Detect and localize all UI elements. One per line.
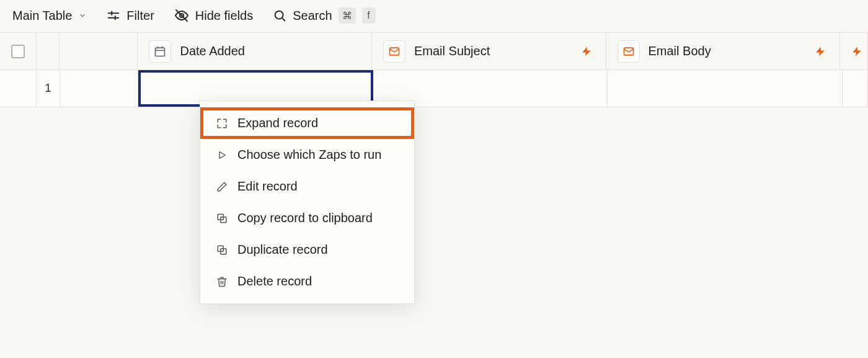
cell-extra[interactable]	[843, 70, 868, 107]
spacer-cell[interactable]	[60, 70, 138, 107]
table-row[interactable]: 1	[0, 70, 868, 107]
view-selector[interactable]: Main Table	[12, 9, 87, 23]
sliders-icon	[107, 9, 120, 22]
calendar-icon	[149, 40, 171, 63]
column-label: Date Added	[180, 44, 245, 58]
mail-icon	[618, 40, 640, 63]
svg-line-7	[282, 18, 285, 20]
filter-label: Filter	[126, 9, 154, 23]
select-all-cell[interactable]	[0, 33, 37, 69]
column-header-email-body[interactable]: Email Body	[606, 33, 841, 69]
row-number-header	[37, 33, 60, 69]
svg-rect-8	[156, 48, 165, 56]
play-icon	[215, 148, 229, 162]
menu-item-label: Choose which Zaps to run	[237, 148, 381, 162]
column-header-date-added[interactable]: Date Added	[138, 33, 372, 69]
mail-icon	[383, 40, 405, 63]
bolt-icon	[851, 46, 862, 57]
spacer-header	[60, 33, 138, 69]
hide-fields-button[interactable]: Hide fields	[174, 8, 253, 23]
menu-duplicate-record[interactable]: Duplicate record	[200, 234, 414, 266]
kbd-cmd: ⌘	[339, 7, 356, 24]
menu-item-label: Copy record to clipboard	[237, 211, 373, 225]
menu-expand-record[interactable]: Expand record	[200, 107, 414, 139]
svg-marker-13	[582, 47, 591, 56]
kbd-f: f	[362, 7, 376, 24]
menu-copy-record[interactable]: Copy record to clipboard	[200, 202, 414, 234]
pencil-icon	[215, 180, 229, 194]
hide-fields-label: Hide fields	[195, 9, 253, 23]
context-menu: Expand record Choose which Zaps to run E…	[200, 101, 415, 304]
expand-icon	[215, 117, 229, 130]
menu-item-label: Delete record	[237, 274, 312, 289]
filter-button[interactable]: Filter	[107, 9, 154, 23]
cell-email-body[interactable]	[608, 70, 843, 107]
search-icon	[273, 9, 286, 22]
menu-choose-zaps[interactable]: Choose which Zaps to run	[200, 139, 414, 171]
column-label: Email Body	[649, 44, 711, 58]
bolt-icon	[581, 46, 592, 57]
column-header-extra[interactable]	[840, 33, 868, 69]
menu-item-label: Expand record	[237, 116, 318, 130]
toolbar: Main Table Filter Hide fields Sea	[0, 0, 868, 32]
copy-icon	[215, 212, 229, 225]
row-number-label: 1	[45, 82, 51, 95]
column-header-email-subject[interactable]: Email Subject	[372, 33, 606, 69]
duplicate-icon	[215, 243, 229, 257]
row-number: 1	[37, 70, 60, 107]
menu-edit-record[interactable]: Edit record	[200, 171, 414, 202]
chevron-down-icon	[78, 11, 87, 20]
bolt-icon	[815, 46, 826, 57]
column-label: Email Subject	[414, 44, 490, 58]
menu-delete-record[interactable]: Delete record	[200, 266, 414, 297]
search-label: Search	[293, 9, 332, 23]
svg-marker-16	[852, 47, 861, 56]
view-selector-label: Main Table	[12, 9, 72, 23]
menu-item-label: Duplicate record	[237, 243, 328, 257]
eye-off-icon	[174, 8, 189, 23]
search-button[interactable]: Search ⌘ f	[273, 7, 375, 24]
row-select-cell[interactable]	[0, 70, 37, 107]
checkbox-icon	[11, 45, 25, 58]
header-row: Date Added Email Subject	[0, 33, 868, 70]
trash-icon	[215, 275, 229, 289]
svg-marker-17	[219, 151, 225, 158]
data-grid: Date Added Email Subject	[0, 32, 868, 107]
menu-item-label: Edit record	[237, 179, 298, 194]
svg-marker-15	[816, 47, 825, 56]
